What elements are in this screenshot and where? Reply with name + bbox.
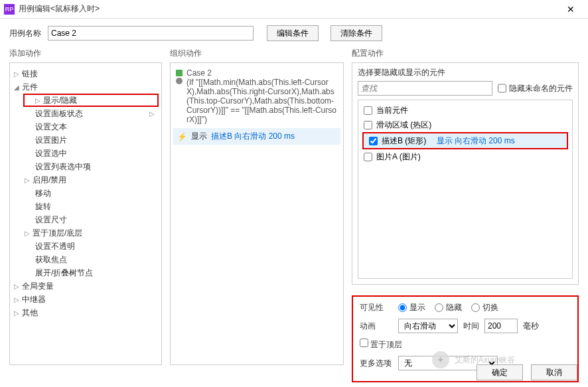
time-input[interactable] <box>484 319 518 333</box>
ok-button[interactable]: 确定 <box>477 364 523 380</box>
anim-select[interactable]: 向右滑动 <box>398 319 458 333</box>
checkbox-label: 隐藏未命名的元件 <box>509 83 573 94</box>
add-action-label: 添加动作 <box>9 48 162 60</box>
tree-item-label: 启用/禁用 <box>33 175 66 186</box>
widget-action: 显示 向右滑动 200 ms <box>437 135 515 147</box>
tree-show-hide[interactable]: ▷显示/隐藏 <box>23 94 159 107</box>
tree-item-label: 设置尺寸 <box>35 214 67 226</box>
org-action-label: 组织动作 <box>170 48 344 60</box>
tree-item-label: 置于顶层/底层 <box>33 228 82 239</box>
anim-label: 动画 <box>360 321 393 332</box>
tree-item-label: 设置面板状态 <box>35 108 83 119</box>
tree-item-label: 旋转 <box>35 201 51 212</box>
tree-item[interactable]: 获取焦点 <box>10 253 161 266</box>
case-condition: (If "[[Math.min(Math.abs(This.left-Curso… <box>186 78 336 124</box>
bolt-icon: ⚡ <box>177 132 187 141</box>
tree-item[interactable]: 设置选中 <box>10 147 161 160</box>
tree-other[interactable]: ▷其他 <box>10 306 161 319</box>
widget-list: 当前元件 滑动区域 (热区) 描述B (矩形) 显示 向右滑动 200 ms 图… <box>358 100 573 279</box>
tree-item[interactable]: 设置图片 <box>10 133 161 147</box>
radio-show[interactable]: 显示 <box>398 302 425 313</box>
more-options-label: 更多选项 <box>360 358 393 369</box>
tree-item[interactable]: 移动 <box>10 187 161 200</box>
cancel-button[interactable]: 取消 <box>531 364 577 380</box>
radio-hide[interactable]: 隐藏 <box>435 302 462 313</box>
tree-item-label: 获取焦点 <box>35 254 67 266</box>
close-icon[interactable]: ✕ <box>557 0 584 19</box>
select-widgets-title: 选择要隐藏或显示的元件 <box>358 67 573 78</box>
tree-item[interactable]: 设置文本 <box>10 120 161 133</box>
case-icon <box>176 78 183 84</box>
tree-item-label: 其他 <box>22 307 38 319</box>
tree-widget[interactable]: ◢元件 <box>10 80 161 94</box>
tree-globalvar[interactable]: ▷全局变量 <box>10 279 161 293</box>
case-name-input[interactable] <box>48 26 254 40</box>
tree-repeater[interactable]: ▷中继器 <box>10 293 161 306</box>
tree-item[interactable]: 设置列表选中项 <box>10 160 161 173</box>
time-label: 时间 <box>463 321 479 332</box>
tree-item[interactable]: ▷启用/禁用 <box>10 173 161 187</box>
tree-link[interactable]: ▷链接 <box>10 67 161 80</box>
list-item-selected[interactable]: 描述B (矩形) 显示 向右滑动 200 ms <box>364 133 567 148</box>
tree-item-label: 设置不透明 <box>35 241 75 252</box>
tree-item[interactable]: 设置尺寸 <box>10 213 161 226</box>
tree-item-label: 中继器 <box>22 294 46 305</box>
list-item[interactable]: 当前元件 <box>358 103 572 117</box>
config-section: 选择要隐藏或显示的元件 隐藏未命名的元件 当前元件 滑动区域 (热区) 描述B … <box>352 62 579 285</box>
tree-item[interactable]: 旋转 <box>10 200 161 213</box>
widget-label: 图片A (图片) <box>376 151 421 163</box>
radio-label: 切换 <box>482 302 498 313</box>
case-name: Case 2 <box>186 68 212 78</box>
tree-item-label: 显示/隐藏 <box>43 95 77 106</box>
action-link: 描述B 向右滑动 200 ms <box>211 131 295 142</box>
radio-toggle[interactable]: 切换 <box>471 302 498 313</box>
case-panel: Case 2 (If "[[Math.min(Math.abs(This.lef… <box>170 62 344 365</box>
widget-checkbox[interactable] <box>364 121 372 129</box>
action-prefix: 显示 <box>191 131 207 142</box>
tree-item-label: 展开/折叠树节点 <box>35 268 93 279</box>
action-tree: ▷链接 ◢元件 ▷显示/隐藏 设置面板状态▷ 设置文本 设置图片 设置选中 设置… <box>9 62 162 365</box>
app-icon: RP <box>4 4 15 15</box>
tree-item-label: 元件 <box>22 82 38 93</box>
search-input[interactable] <box>358 81 492 96</box>
case-action-row[interactable]: ⚡ 显示 描述B 向右滑动 200 ms <box>173 128 340 145</box>
case-header[interactable]: Case 2 (If "[[Math.min(Math.abs(This.lef… <box>173 67 340 125</box>
tree-item[interactable]: ▷置于顶层/底层 <box>10 226 161 240</box>
bring-top-checkbox[interactable]: 置于顶层 <box>360 339 402 350</box>
case-name-label: 用例名称 <box>9 28 41 39</box>
clear-condition-button[interactable]: 清除条件 <box>331 25 382 41</box>
checkbox-label: 置于顶层 <box>370 340 402 349</box>
tree-item-label: 设置图片 <box>35 135 67 146</box>
visibility-label: 可见性 <box>360 302 393 313</box>
list-item[interactable]: 滑动区域 (热区) <box>358 117 572 132</box>
widget-checkbox[interactable] <box>364 153 372 161</box>
list-item[interactable]: 图片A (图片) <box>358 149 572 164</box>
hide-unnamed-checkbox[interactable]: 隐藏未命名的元件 <box>498 81 573 96</box>
widget-checkbox[interactable] <box>369 137 378 145</box>
tree-item-label: 设置文本 <box>35 121 67 133</box>
window-title: 用例编辑<鼠标移入时> <box>19 3 557 15</box>
tree-item-label: 链接 <box>22 68 38 80</box>
radio-label: 显示 <box>409 302 425 313</box>
widget-checkbox[interactable] <box>364 106 372 115</box>
widget-label: 滑动区域 (热区) <box>376 119 431 131</box>
tree-item-label: 设置选中 <box>35 148 67 159</box>
tree-item-label: 全局变量 <box>22 281 54 292</box>
tree-item[interactable]: 设置不透明 <box>10 240 161 253</box>
cfg-action-label: 配置动作 <box>352 48 579 60</box>
radio-label: 隐藏 <box>446 302 462 313</box>
case-active-icon <box>176 70 183 76</box>
time-unit: 毫秒 <box>523 321 539 332</box>
tree-item-label: 移动 <box>35 188 51 199</box>
widget-label: 当前元件 <box>376 105 408 116</box>
tree-item[interactable]: 展开/折叠树节点 <box>10 266 161 279</box>
tree-item-label: 设置列表选中项 <box>35 161 91 173</box>
widget-label: 描述B (矩形) <box>382 135 426 147</box>
edit-condition-button[interactable]: 编辑条件 <box>267 25 319 41</box>
tree-item[interactable]: 设置面板状态▷ <box>10 107 161 120</box>
